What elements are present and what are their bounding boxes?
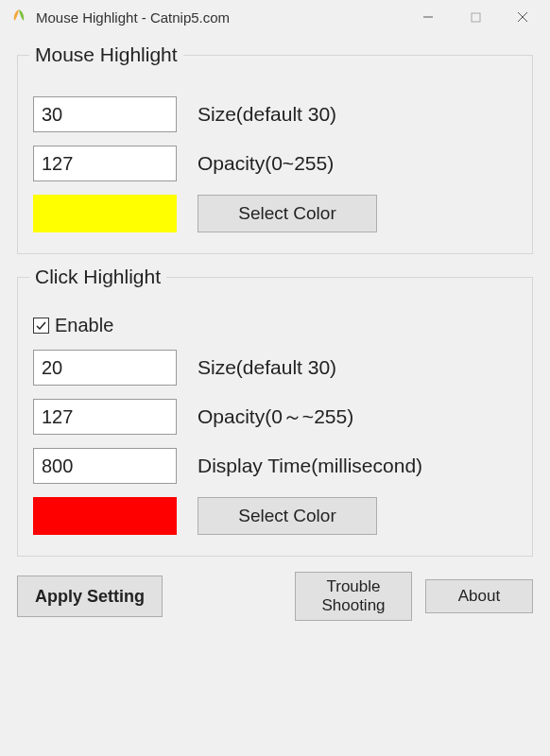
- display-time-label: Display Time(millisecond): [198, 455, 422, 477]
- click-opacity-label: Opacity(0～~255): [198, 404, 353, 430]
- click-size-label: Size(default 30): [198, 356, 336, 379]
- minimize-button[interactable]: [404, 2, 452, 32]
- mouse-size-label: Size(default 30): [198, 103, 336, 126]
- click-opacity-input[interactable]: [33, 399, 177, 435]
- click-size-row: Size(default 30): [33, 350, 517, 386]
- trouble-shooting-button[interactable]: Trouble Shooting: [295, 572, 412, 621]
- click-size-input[interactable]: [33, 350, 177, 386]
- enable-label: Enable: [55, 315, 113, 336]
- app-icon: [9, 8, 28, 26]
- color-row: Select Color: [33, 195, 517, 232]
- mouse-opacity-input[interactable]: [33, 146, 177, 181]
- click-color-row: Select Color: [33, 497, 517, 535]
- mouse-size-input[interactable]: [33, 96, 177, 132]
- mouse-highlight-legend: Mouse Highlight: [29, 43, 183, 66]
- about-button[interactable]: About: [425, 579, 533, 613]
- display-time-row: Display Time(millisecond): [33, 448, 517, 484]
- click-highlight-legend: Click Highlight: [29, 266, 166, 288]
- click-opacity-row: Opacity(0～~255): [33, 399, 517, 435]
- click-color-swatch: [33, 497, 177, 535]
- opacity-row: Opacity(0~255): [33, 146, 517, 181]
- svg-rect-1: [472, 13, 480, 22]
- close-button[interactable]: [499, 2, 546, 32]
- footer-buttons: Apply Setting Trouble Shooting About: [17, 572, 533, 621]
- mouse-color-swatch: [33, 195, 177, 232]
- mouse-opacity-label: Opacity(0~255): [198, 152, 334, 175]
- click-highlight-group: Click Highlight Enable Size(default 30) …: [17, 266, 533, 557]
- enable-row: Enable: [33, 315, 517, 336]
- apply-setting-button[interactable]: Apply Setting: [17, 576, 163, 617]
- size-row: Size(default 30): [33, 96, 517, 132]
- mouse-highlight-group: Mouse Highlight Size(default 30) Opacity…: [17, 43, 533, 254]
- app-window: Mouse Highlight - Catnip5.com Mouse High…: [0, 0, 550, 756]
- click-select-color-button[interactable]: Select Color: [198, 497, 377, 535]
- client-area: Mouse Highlight Size(default 30) Opacity…: [0, 34, 550, 756]
- enable-checkbox[interactable]: [33, 318, 49, 334]
- window-title: Mouse Highlight - Catnip5.com: [36, 9, 230, 26]
- maximize-button[interactable]: [452, 2, 499, 32]
- mouse-select-color-button[interactable]: Select Color: [198, 195, 377, 232]
- titlebar: Mouse Highlight - Catnip5.com: [0, 0, 550, 34]
- display-time-input[interactable]: [33, 448, 177, 484]
